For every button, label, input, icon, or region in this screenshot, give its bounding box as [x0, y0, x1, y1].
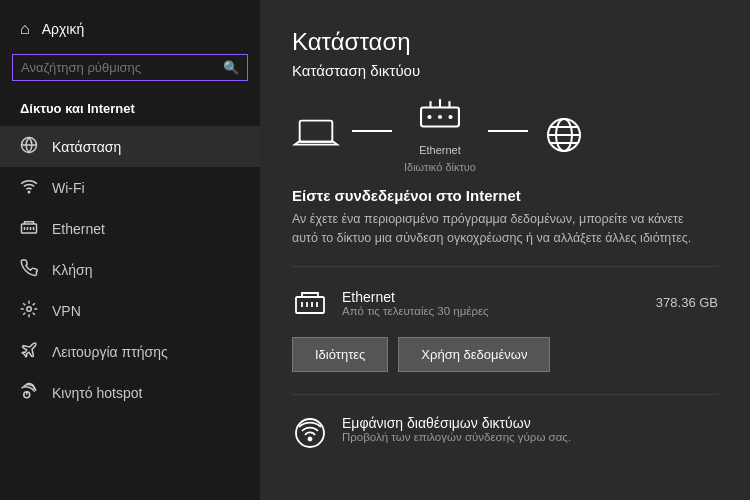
available-networks-sub: Προβολή των επιλογών σύνδεσης γύρω σας. — [342, 431, 571, 443]
sidebar-item-hotspot[interactable]: Κινητό hotspot — [0, 372, 260, 413]
ethernet-row-icon — [292, 285, 328, 321]
router-icon-box: Ethernet Ιδιωτικό δίκτυο — [404, 97, 476, 173]
data-usage-button[interactable]: Χρήση δεδομένων — [398, 337, 550, 372]
sidebar-item-label-vpn: VPN — [52, 303, 81, 319]
sidebar-item-label-wifi: Wi-Fi — [52, 180, 85, 196]
available-networks-title: Εμφάνιση διαθέσιμων δικτύων — [342, 415, 571, 431]
globe-icon-box — [540, 115, 588, 155]
laptop-icon-box — [292, 115, 340, 155]
properties-button[interactable]: Ιδιότητες — [292, 337, 388, 372]
svg-point-30 — [309, 437, 312, 440]
svg-point-16 — [427, 115, 431, 119]
page-title: Κατάσταση — [292, 28, 718, 56]
description-text: Αν έχετε ένα περιορισμένο πρόγραμμα δεδο… — [292, 210, 692, 248]
svg-rect-11 — [300, 121, 333, 142]
call-icon — [20, 259, 38, 280]
svg-point-8 — [27, 307, 32, 312]
ethernet-row-data: 378.36 GB — [656, 295, 718, 310]
search-icon: 🔍 — [223, 60, 239, 75]
sidebar-item-label-airplane: Λειτουργία πτήσης — [52, 344, 168, 360]
status-icon — [20, 136, 38, 157]
svg-rect-24 — [296, 297, 324, 313]
sidebar: ⌂ Αρχική 🔍 Δίκτυο και Internet Κατάσταση… — [0, 0, 260, 500]
main-content: Κατάσταση Κατάσταση δικτύου Ethernet Ι — [260, 0, 750, 500]
ethernet-row-name: Ethernet — [342, 289, 642, 305]
buttons-row: Ιδιότητες Χρήση δεδομένων — [292, 337, 718, 372]
ethernet-diagram-sublabel: Ιδιωτικό δίκτυο — [404, 161, 476, 173]
connected-text: Είστε συνδεδεμένοι στο Internet — [292, 187, 718, 204]
sidebar-section-title: Δίκτυο και Internet — [0, 93, 260, 126]
home-icon: ⌂ — [20, 20, 30, 38]
sidebar-item-label-status: Κατάσταση — [52, 139, 121, 155]
line-1 — [352, 130, 392, 132]
sidebar-home-button[interactable]: ⌂ Αρχική — [0, 10, 260, 48]
sidebar-item-label-ethernet: Ethernet — [52, 221, 105, 237]
sidebar-item-wifi[interactable]: Wi-Fi — [0, 167, 260, 208]
ethernet-info: Ethernet Από τις τελευταίες 30 ημέρες — [342, 289, 642, 317]
airplane-icon — [20, 341, 38, 362]
divider-2 — [292, 394, 718, 395]
sidebar-item-status[interactable]: Κατάσταση — [0, 126, 260, 167]
svg-point-17 — [438, 115, 442, 119]
svg-point-18 — [448, 115, 452, 119]
sidebar-item-call[interactable]: Κλήση — [0, 249, 260, 290]
available-networks-row[interactable]: Εμφάνιση διαθέσιμων δικτύων Προβολή των … — [292, 409, 718, 457]
ethernet-row-sub: Από τις τελευταίες 30 ημέρες — [342, 305, 642, 317]
line-2 — [488, 130, 528, 132]
wifi-icon — [20, 177, 38, 198]
sidebar-item-label-hotspot: Κινητό hotspot — [52, 385, 142, 401]
ethernet-diagram-label: Ethernet — [419, 144, 461, 156]
ethernet-sidebar-icon — [20, 218, 38, 239]
search-box[interactable]: 🔍 — [12, 54, 248, 81]
available-networks-icon — [292, 415, 328, 451]
network-heading: Κατάσταση δικτύου — [292, 62, 718, 79]
hotspot-icon — [20, 382, 38, 403]
sidebar-item-airplane[interactable]: Λειτουργία πτήσης — [0, 331, 260, 372]
sidebar-item-ethernet[interactable]: Ethernet — [0, 208, 260, 249]
divider-1 — [292, 266, 718, 267]
sidebar-item-label-call: Κλήση — [52, 262, 93, 278]
ethernet-row: Ethernet Από τις τελευταίες 30 ημέρες 37… — [292, 281, 718, 325]
home-label: Αρχική — [42, 21, 85, 37]
sidebar-item-vpn[interactable]: VPN — [0, 290, 260, 331]
search-input[interactable] — [21, 60, 217, 75]
network-diagram: Ethernet Ιδιωτικό δίκτυο — [292, 97, 718, 173]
available-networks-info: Εμφάνιση διαθέσιμων δικτύων Προβολή των … — [342, 415, 571, 443]
vpn-icon — [20, 300, 38, 321]
svg-point-2 — [28, 191, 30, 193]
